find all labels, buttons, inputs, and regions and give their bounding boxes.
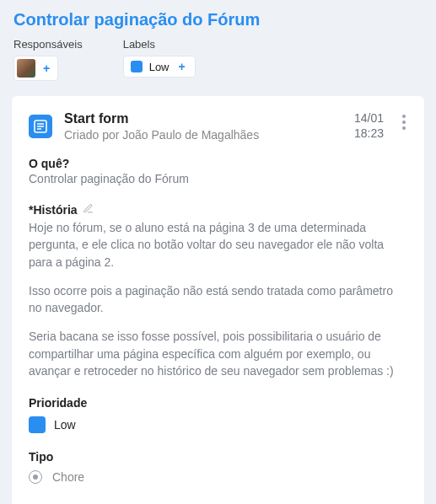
historia-p2: Isso ocorre pois a paginação não está se… xyxy=(29,282,407,317)
header: Controlar paginação do Fórum Responsávei… xyxy=(0,0,436,89)
label-chip-low[interactable]: Low + xyxy=(123,56,196,78)
card-datetime: 14/01 18:23 xyxy=(354,111,384,141)
label-color-swatch xyxy=(131,61,143,72)
oque-block: O quê? Controlar paginação do Fórum xyxy=(29,157,407,185)
tipo-value: Chore xyxy=(52,470,84,484)
edit-icon[interactable] xyxy=(83,202,94,217)
historia-label: *História xyxy=(29,203,78,217)
card-subtitle: Criado por João Paulo de Magalhães xyxy=(64,128,342,142)
oque-label: O quê? xyxy=(29,157,407,170)
responsaveis-label: Responsáveis xyxy=(13,38,83,51)
labels-column: Labels Low + xyxy=(123,38,196,81)
form-icon xyxy=(29,115,52,138)
priority-color-swatch xyxy=(29,416,46,433)
radio-icon xyxy=(29,470,42,484)
card-title: Start form xyxy=(64,111,342,126)
tipo-option-chore[interactable]: Chore xyxy=(29,470,407,484)
responsaveis-column: Responsáveis + xyxy=(13,38,83,81)
historia-block: *História Hoje no fórum, se o aluno está… xyxy=(29,202,407,379)
prioridade-block: Prioridade Low xyxy=(29,396,407,433)
assignee-chip[interactable]: + xyxy=(13,56,58,81)
priority-value: Low xyxy=(54,418,76,432)
avatar xyxy=(17,59,35,78)
labels-label: Labels xyxy=(123,38,196,51)
card-header: Start form Criado por João Paulo de Maga… xyxy=(29,111,407,142)
add-label-icon[interactable]: + xyxy=(176,60,188,73)
historia-body: Hoje no fórum, se o aluno está na página… xyxy=(29,219,407,379)
tipo-label: Tipo xyxy=(29,450,407,464)
card-date: 14/01 xyxy=(354,111,384,126)
historia-p3: Seria bacana se isso fosse possível, poi… xyxy=(29,328,407,379)
page-title: Controlar paginação do Fórum xyxy=(13,10,423,29)
historia-p1: Hoje no fórum, se o aluno está na página… xyxy=(29,219,407,271)
card-time: 18:23 xyxy=(354,126,384,142)
more-menu-button[interactable] xyxy=(401,111,407,133)
oque-value: Controlar paginação do Fórum xyxy=(29,172,407,185)
label-chip-text: Low xyxy=(149,61,170,73)
add-assignee-icon[interactable]: + xyxy=(40,62,52,75)
card: Start form Criado por João Paulo de Maga… xyxy=(12,96,424,504)
prioridade-label: Prioridade xyxy=(29,396,407,410)
tipo-block: Tipo Chore xyxy=(29,450,407,484)
meta-row: Responsáveis + Labels Low + xyxy=(13,38,423,81)
